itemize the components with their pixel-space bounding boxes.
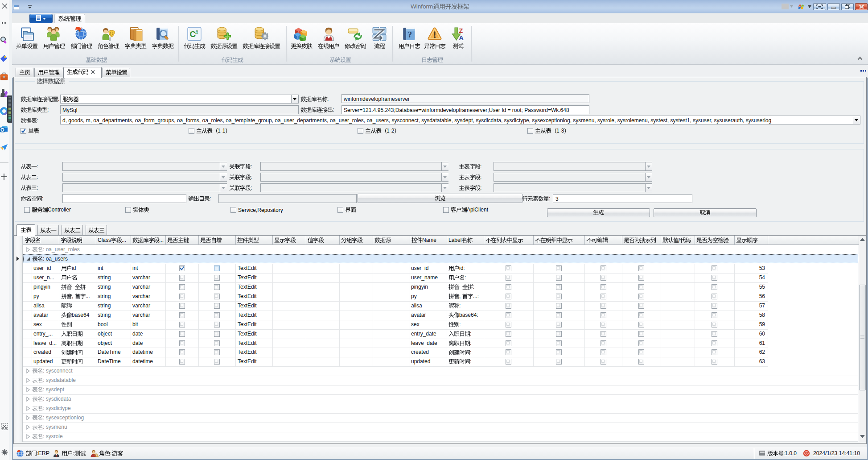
svg-text::: :	[327, 96, 329, 102]
svg-text::: :	[549, 195, 550, 202]
svg-text::: :	[459, 303, 461, 309]
svg-text::: :	[251, 174, 252, 180]
svg-text:1-3: 1-3	[556, 128, 564, 134]
svg-text::: :	[37, 174, 38, 180]
svg-text:: oa_user_roles: : oa_user_roles	[43, 246, 80, 253]
svg-text:: sysmenu: : sysmenu	[43, 424, 67, 430]
svg-text:: sysconnect: : sysconnect	[43, 368, 73, 374]
svg-text::ERP: :ERP	[37, 450, 49, 456]
svg-text:: sysdictype: : sysdictype	[43, 405, 71, 411]
svg-text::: :	[37, 117, 38, 124]
svg-text:,: ,	[72, 293, 73, 299]
svg-text:...:: ...:	[473, 293, 479, 299]
svg-text:Label: Label	[448, 237, 461, 243]
svg-text:2024/1/23 14:41:10: 2024/1/23 14:41:10	[813, 450, 860, 456]
svg-text:/: /	[679, 237, 680, 243]
svg-text::: :	[459, 321, 461, 327]
svg-text::: :	[470, 340, 471, 346]
svg-text::: :	[210, 195, 211, 202]
svg-text:: oa_users: : oa_users	[43, 256, 68, 262]
svg-text:: sysdicdata: : sysdicdata	[43, 396, 71, 402]
svg-text:#: #	[195, 29, 198, 36]
svg-text::: :	[73, 450, 74, 456]
svg-text:ApiClient: ApiClient	[467, 207, 489, 213]
svg-text:1-2: 1-2	[387, 128, 395, 134]
svg-text::: :	[470, 331, 471, 337]
svg-text::: :	[480, 185, 481, 191]
svg-text:: sysrole: : sysrole	[43, 433, 63, 439]
svg-text::: :	[470, 349, 471, 356]
svg-text:...: ...	[159, 237, 164, 243]
svg-text:Controller: Controller	[48, 207, 71, 213]
svg-text:base64: base64	[72, 312, 90, 318]
svg-text::: :	[465, 274, 466, 281]
svg-text::: :	[58, 96, 59, 102]
svg-text::: :	[470, 358, 471, 365]
svg-text:base64:: base64:	[459, 312, 478, 318]
svg-text:: sysdatatable: : sysdatatable	[43, 377, 76, 383]
svg-text::: :	[251, 163, 252, 170]
svg-text::: :	[480, 163, 481, 170]
svg-text:?: ?	[408, 30, 412, 39]
svg-text::1.0.0: :1.0.0	[783, 450, 797, 456]
svg-text:...: ...	[122, 237, 126, 243]
svg-text:A: A	[459, 34, 464, 41]
svg-text::: :	[47, 107, 49, 113]
svg-text:: sysexceptionlog: : sysexceptionlog	[43, 414, 84, 421]
svg-text::: :	[333, 107, 334, 113]
svg-text:1-1: 1-1	[218, 128, 226, 134]
svg-text::: :	[42, 195, 43, 202]
svg-text:,: ,	[459, 293, 461, 299]
svg-text::: :	[480, 174, 481, 180]
svg-text::: :	[473, 284, 474, 290]
svg-text:Winform: Winform	[411, 3, 433, 10]
svg-text:Class: Class	[98, 237, 111, 243]
svg-text:: sysdept: : sysdept	[43, 386, 65, 393]
svg-text:Z: Z	[459, 27, 463, 34]
svg-text::: :	[37, 163, 38, 170]
svg-text:Name: Name	[422, 237, 436, 243]
svg-text:id: id	[72, 265, 76, 271]
svg-text::: :	[37, 185, 38, 191]
svg-text::: :	[251, 185, 252, 191]
svg-text::: :	[110, 450, 111, 456]
svg-text:id:: id:	[459, 265, 465, 271]
svg-text:...: ...	[86, 293, 90, 299]
